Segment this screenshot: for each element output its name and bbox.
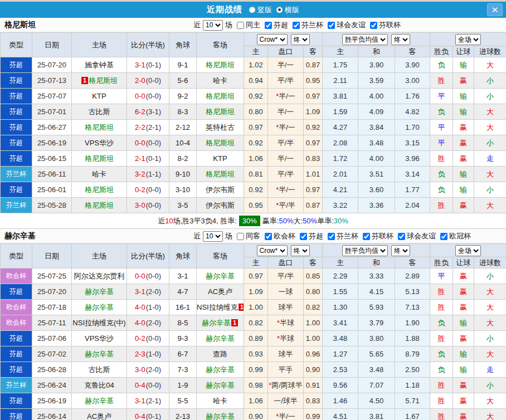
games-label: 场	[225, 231, 232, 241]
avg-home-cell: 3.22	[323, 198, 358, 213]
odds-company-select[interactable]: Crow*	[257, 245, 288, 256]
fulltime-select[interactable]: 全场	[455, 245, 481, 256]
horizontal-layout-radio[interactable]	[276, 7, 283, 13]
away-team-cell: 格尼斯坦	[197, 89, 244, 104]
odds-company-select[interactable]: Crow*	[257, 34, 288, 45]
team-section: 赫尔辛基 近10场同客欧会杯芬超芬兰杯芬联杯球会友谊欧冠杯 类型 日期 主场 比…	[0, 229, 506, 420]
competition-checkbox[interactable]	[398, 233, 405, 240]
same-venue-checkbox[interactable]	[237, 22, 244, 29]
team-name-heading: 格尼斯坦	[4, 20, 36, 30]
goals-result-cell: 大	[474, 57, 506, 73]
halftime-score: (1-1)	[146, 170, 161, 178]
home-team-cell: KTP	[72, 89, 127, 104]
table-row: 欧会杯25-07-25阿尔达克尔贾利0-0(0-0)3-1赫尔辛基0.97平/半…	[1, 268, 506, 284]
team-name: 施拿钟基	[85, 61, 114, 69]
competition-checkbox[interactable]	[328, 22, 335, 29]
away-team-cell: 赫尔辛基	[197, 268, 244, 284]
handicap-cell: *平/半	[268, 198, 304, 213]
recent-count-select[interactable]: 10	[203, 20, 223, 31]
summary-segment: 单率:	[317, 216, 334, 226]
score-cell: 0-4(0-0)	[127, 378, 169, 393]
goals-result-cell: 大	[474, 120, 506, 135]
handicap-result-cell: 赢	[453, 151, 474, 167]
result-cell: 胜	[430, 151, 453, 167]
competition-checkbox[interactable]	[328, 233, 335, 240]
home-team-cell: 格尼斯坦	[72, 182, 127, 198]
competition-checkbox[interactable]	[293, 22, 300, 29]
table-row: 芬兰杯25-05-28格尼斯坦3-0(0-0)3-5伊尔韦斯0.95*平/半0.…	[1, 198, 506, 213]
home-odds-cell: 0.92	[244, 182, 268, 198]
away-odds-cell: 0.82	[304, 300, 323, 315]
result-cell: 平	[430, 89, 453, 104]
same-venue-label: 同客	[246, 231, 260, 241]
handicap-cell: 平/半	[268, 73, 304, 89]
match-type-cell: 欧会杯	[1, 268, 32, 284]
competition-checkbox[interactable]	[440, 233, 447, 240]
competition-checkbox[interactable]	[265, 233, 272, 240]
away-team-cell: 哈卡	[197, 73, 244, 89]
home-team-cell: 古比斯	[72, 104, 127, 120]
corner-cell: 16-1	[169, 300, 197, 315]
competition-checkbox[interactable]	[363, 233, 370, 240]
matches-table: 类型 日期 主场 比分(半场) 角球 客场 Crow*终 胜平负均值终 全场 主…	[0, 243, 506, 420]
avg-away-cell: 1.70	[395, 120, 430, 135]
vertical-layout-radio[interactable]	[249, 7, 255, 13]
competition-checkbox[interactable]	[300, 233, 307, 240]
avg-final-select[interactable]: 终	[391, 245, 410, 256]
handicap-result-cell: 输	[453, 346, 474, 362]
handicap-cell: 一/球半	[268, 393, 304, 409]
avg-draw-cell: 3.59	[358, 73, 395, 89]
close-icon[interactable]: ✕	[487, 3, 503, 16]
avg-final-select[interactable]: 终	[391, 34, 410, 45]
fulltime-score: 0-4	[135, 412, 145, 420]
handicap-name: 球半	[279, 350, 293, 358]
summary-segment: 近	[158, 216, 165, 226]
team-name: 格尼斯坦	[206, 139, 235, 147]
red-rank-badge: 1	[239, 304, 244, 311]
odds-final-select[interactable]: 终	[291, 245, 310, 256]
team-name: 赫尔辛基	[85, 287, 114, 296]
home-team-cell: 古比斯	[72, 362, 127, 378]
home-odds-cell: 0.89	[244, 331, 268, 346]
competition-label: 芬超	[309, 231, 323, 241]
table-row: 芬兰杯25-06-24克鲁比040-4(0-0)1-9赫尔辛基0.98*两/两球…	[1, 378, 506, 393]
home-team-cell: 赫尔辛基	[72, 300, 127, 315]
home-odds-cell: 1.09	[244, 284, 268, 300]
competition-label: 芬兰杯	[337, 231, 358, 241]
handicap-name: 半球	[280, 319, 294, 327]
subcol-avg-home: 主	[323, 257, 358, 268]
subcol-result: 胜负	[430, 46, 453, 57]
home-odds-cell: 1.06	[244, 393, 268, 409]
result-cell: 平	[430, 135, 453, 151]
summary-segment: 赢率:	[262, 216, 279, 226]
halftime-score: (0-0)	[146, 381, 161, 389]
competition-checkbox[interactable]	[265, 22, 272, 29]
team-name: 格尼斯坦	[206, 61, 235, 69]
avg-away-cell: 8.79	[395, 346, 430, 362]
team-name: NSI拉纳维克	[197, 303, 238, 311]
table-row: 芬超25-07-06VPS华沙0-2(0-0)9-3赫尔辛基0.89*半球1.0…	[1, 331, 506, 346]
away-team-cell: 赫尔辛基	[197, 331, 244, 346]
avg-type-select[interactable]: 胜平负均值	[342, 245, 388, 256]
table-row: 芬兰杯25-06-11哈卡3-2(1-1)9-10格尼斯坦0.81平/半1.01…	[1, 167, 506, 182]
away-team-cell: 格尼斯坦	[197, 104, 244, 120]
recent-count-select[interactable]: 10	[203, 231, 223, 242]
competition-checkbox[interactable]	[370, 22, 377, 29]
home-odds-cell: 0.92	[244, 89, 268, 104]
match-type-cell: 芬兰杯	[1, 378, 32, 393]
avg-type-select[interactable]: 胜平负均值	[342, 34, 388, 45]
odds-final-select[interactable]: 终	[291, 34, 310, 45]
same-venue-checkbox[interactable]	[237, 233, 244, 240]
filter-bar: 近10场同客欧会杯芬超芬兰杯芬联杯球会友谊欧冠杯	[192, 229, 472, 243]
handicap-cell: 球半	[268, 300, 304, 315]
handicap-name: 半/一	[278, 154, 294, 163]
away-odds-cell: 0.80	[304, 284, 323, 300]
goals-result-cell: 大	[474, 167, 506, 182]
fulltime-select[interactable]: 全场	[455, 34, 481, 45]
home-odds-cell: 0.82	[244, 315, 268, 331]
avg-home-cell: 1.75	[323, 57, 358, 73]
handicap-result-cell: 输	[453, 362, 474, 378]
match-date-cell: 25-06-11	[32, 167, 72, 182]
summary-segment: 10	[165, 217, 173, 225]
team-name: 克鲁比04	[84, 381, 114, 389]
